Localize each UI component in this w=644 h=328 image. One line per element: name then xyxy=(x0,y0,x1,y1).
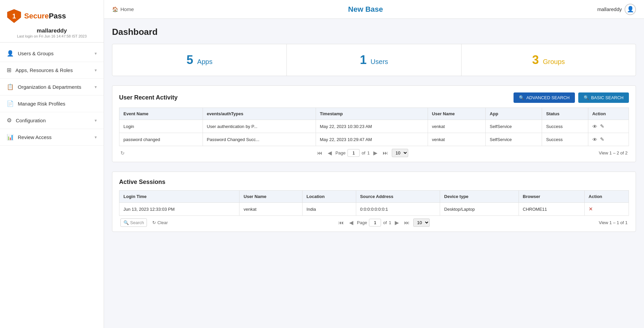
pagination-controls: ⏮ ◀ Page of 1 ▶ ⏭ 10 25 50 xyxy=(315,149,408,157)
sidebar-item-label: Manage Risk Profiles xyxy=(18,101,65,107)
delete-icon[interactable]: ✕ xyxy=(589,206,593,212)
col-device-type: Device type xyxy=(440,191,519,203)
col-event-name: Event Name xyxy=(119,108,203,120)
status-cell: Success xyxy=(542,133,588,146)
config-icon: ⚙ xyxy=(7,117,12,124)
summary-card-groups[interactable]: 3 Groups xyxy=(462,44,636,76)
event-name-cell: Login xyxy=(119,120,203,133)
of-label: of xyxy=(362,150,365,155)
clear-button[interactable]: ↻ Clear xyxy=(152,220,168,225)
refresh-icon[interactable]: ↻ xyxy=(120,150,125,156)
apps-label: Apps xyxy=(197,58,213,65)
main-content: 🏠 Home New Base mallareddy 👤 Dashboard 5… xyxy=(104,0,644,328)
event-name-cell: password changed xyxy=(119,133,203,146)
app-cell: SelfService xyxy=(486,120,542,133)
users-groups-icon: 👤 xyxy=(7,50,14,57)
total-pages: 1 xyxy=(389,220,391,225)
total-pages: 1 xyxy=(367,150,370,155)
securepass-logo-icon: 1 xyxy=(7,9,21,23)
advanced-search-button[interactable]: 🔍 ADVANCED SEARCH xyxy=(514,92,575,103)
summary-card-apps[interactable]: 5 Apps xyxy=(112,44,287,76)
chevron-down-icon: ▾ xyxy=(95,118,97,123)
source-address-cell: 0:0:0:0:0:0:0:1 xyxy=(356,203,440,216)
device-type-cell: Desktop/Laptop xyxy=(440,203,519,216)
summary-card-users[interactable]: 1 Users xyxy=(287,44,461,76)
risk-icon: 📄 xyxy=(7,100,14,107)
table-row: password changed Password Changed Succ..… xyxy=(119,133,629,146)
activity-table: Event Name events/authTypes Timestamp Us… xyxy=(119,108,629,146)
col-action: Action xyxy=(588,108,629,120)
view-icon[interactable]: 👁 xyxy=(592,124,597,129)
sidebar-item-org-departments[interactable]: 📋 Organization & Departments ▾ xyxy=(0,79,104,95)
sidebar-username: mallareddy xyxy=(3,27,100,34)
edit-icon[interactable]: ✎ xyxy=(600,136,604,142)
sidebar-logo: 1 SecurePass xyxy=(0,3,104,25)
home-breadcrumb[interactable]: 🏠 Home xyxy=(112,6,134,12)
page-label: Page xyxy=(335,150,345,155)
sessions-table: Login Time User Name Location Source Add… xyxy=(119,190,629,216)
review-icon: 📊 xyxy=(7,134,14,141)
search-input-wrap[interactable]: 🔍 Search xyxy=(120,218,147,227)
groups-count: 3 xyxy=(532,53,539,67)
action-cell: 👁 ✎ xyxy=(588,120,629,133)
clear-icon: ↻ xyxy=(152,220,156,225)
table-row: Jun 13, 2023 12:33:03 PM venkat India 0:… xyxy=(119,203,629,216)
col-app: App xyxy=(486,108,542,120)
col-status: Status xyxy=(542,108,588,120)
edit-icon[interactable]: ✎ xyxy=(600,123,604,129)
chevron-down-icon: ▾ xyxy=(95,84,97,89)
next-page-button[interactable]: ▶ xyxy=(372,149,379,157)
auth-type-cell: Password Changed Succ... xyxy=(203,133,316,146)
col-location: Location xyxy=(302,191,356,203)
browser-cell: CHROME11 xyxy=(519,203,584,216)
last-page-button[interactable]: ⏭ xyxy=(381,149,390,157)
sidebar-item-users-groups[interactable]: 👤 Users & Groups ▾ xyxy=(0,45,104,62)
timestamp-cell: May 22, 2023 10:29:47 AM xyxy=(316,133,428,146)
chevron-down-icon: ▾ xyxy=(95,68,97,73)
summary-cards: 5 Apps 1 Users 3 Groups xyxy=(112,44,636,76)
col-source-address: Source Address xyxy=(356,191,440,203)
sidebar-item-label: Review Access xyxy=(18,134,52,140)
sidebar-user: mallareddy Last login on Fri Jun 16 14:4… xyxy=(0,25,104,40)
apps-count: 5 xyxy=(186,53,193,67)
last-page-button[interactable]: ⏭ xyxy=(402,219,411,226)
search-clear-row: 🔍 Search ↻ Clear xyxy=(120,218,168,227)
sidebar-item-label: Organization & Departments xyxy=(18,84,81,90)
sidebar-lastlogin: Last login on Fri Jun 16 14:47:58 IST 20… xyxy=(3,34,100,38)
basic-search-button[interactable]: 🔍 BASIC SEARCH xyxy=(578,92,629,103)
col-login-time: Login Time xyxy=(119,191,239,203)
home-label: Home xyxy=(120,6,134,12)
prev-page-button[interactable]: ◀ xyxy=(347,219,355,226)
next-page-button[interactable]: ▶ xyxy=(393,219,400,226)
first-page-button[interactable]: ⏮ xyxy=(337,219,345,226)
col-browser: Browser xyxy=(519,191,584,203)
table-row: Login User authentication by P... May 22… xyxy=(119,120,629,133)
user-activity-section: User Recent Activity 🔍 ADVANCED SEARCH 🔍… xyxy=(112,85,636,162)
sidebar-item-configuration[interactable]: ⚙ Configuration ▾ xyxy=(0,112,104,129)
location-cell: India xyxy=(302,203,356,216)
sidebar-item-review-access[interactable]: 📊 Review Access ▾ xyxy=(0,129,104,146)
sidebar-item-manage-risk[interactable]: 📄 Manage Risk Profiles xyxy=(0,95,104,112)
avatar[interactable]: 👤 xyxy=(625,4,636,15)
page-input[interactable] xyxy=(369,219,381,226)
first-page-button[interactable]: ⏮ xyxy=(315,149,324,157)
prev-page-button[interactable]: ◀ xyxy=(326,149,333,157)
pagination-controls: ⏮ ◀ Page of 1 ▶ ⏭ 10 25 50 xyxy=(337,218,430,227)
chevron-down-icon: ▾ xyxy=(95,51,97,56)
search-icon: 🔍 xyxy=(123,220,129,225)
apps-icon: ⊞ xyxy=(7,67,11,74)
chevron-down-icon: ▾ xyxy=(95,135,97,140)
username-cell: venkat xyxy=(428,120,485,133)
activity-section-header: User Recent Activity 🔍 ADVANCED SEARCH 🔍… xyxy=(119,92,629,103)
col-user-name: User Name xyxy=(428,108,485,120)
login-time-cell: Jun 13, 2023 12:33:03 PM xyxy=(119,203,239,216)
sidebar-nav: 👤 Users & Groups ▾ ⊞ Apps, Resources & R… xyxy=(0,45,104,328)
sidebar-item-apps-resources[interactable]: ⊞ Apps, Resources & Roles ▾ xyxy=(0,62,104,79)
app-cell: SelfService xyxy=(486,133,542,146)
view-icon[interactable]: 👁 xyxy=(592,137,597,142)
per-page-select[interactable]: 10 25 50 xyxy=(413,218,430,227)
per-page-select[interactable]: 10 25 50 xyxy=(392,149,408,157)
search-icon: 🔍 xyxy=(584,95,589,100)
page-input[interactable] xyxy=(347,149,360,157)
col-action: Action xyxy=(584,191,629,203)
